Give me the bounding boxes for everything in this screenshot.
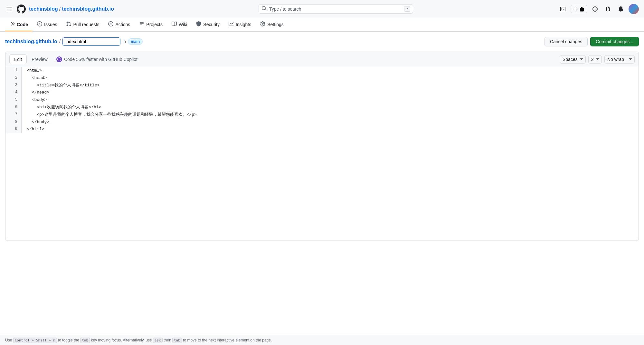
nav-item-issues[interactable]: Issues	[33, 18, 62, 31]
avatar[interactable]	[629, 4, 639, 14]
line-number: 1	[5, 67, 22, 74]
header-center: Type / to search /	[114, 4, 558, 14]
wrap-select[interactable]: No wrap Soft wrap	[604, 55, 635, 64]
copilot-icon	[56, 56, 62, 62]
search-icon	[261, 6, 267, 12]
settings-nav-icon	[260, 21, 265, 27]
actions-nav-icon	[108, 21, 113, 27]
branch-info: in main	[122, 38, 143, 45]
notifications-button[interactable]	[616, 4, 626, 14]
commit-changes-button[interactable]: Commit changes...	[590, 37, 639, 46]
editor-toolbar: Edit Preview Code 55% faster with GitHub…	[5, 52, 639, 67]
header-left: techinsblog / techinsblog.github.io	[5, 4, 114, 14]
line-number: 6	[5, 104, 22, 111]
nav-item-security[interactable]: Security	[192, 18, 224, 31]
line-number: 2	[5, 74, 22, 82]
search-placeholder-text: Type / to search	[269, 6, 402, 12]
search-box[interactable]: Type / to search /	[259, 4, 413, 14]
table-row: 1<html>	[5, 67, 639, 74]
line-content[interactable]: <body>	[22, 96, 639, 104]
nav-settings-label: Settings	[267, 22, 284, 27]
branch-badge: main	[128, 38, 143, 45]
nav-pr-label: Pull requests	[73, 22, 99, 27]
security-nav-icon	[196, 21, 201, 27]
nav-insights-label: Insights	[236, 22, 251, 27]
editor-filename-input[interactable]	[62, 37, 120, 46]
nav-item-actions[interactable]: Actions	[104, 18, 135, 31]
code-icon	[10, 21, 15, 27]
line-content[interactable]: </head>	[22, 89, 639, 96]
code-editor[interactable]: 1<html>2 <head>3 <title>我的个人博客</title>4 …	[5, 67, 639, 241]
branch-in-label: in	[122, 39, 126, 44]
nav-item-wiki[interactable]: Wiki	[167, 18, 192, 31]
nav-item-insights[interactable]: Insights	[224, 18, 256, 31]
nav-item-projects[interactable]: Projects	[135, 18, 167, 31]
pull-requests-button[interactable]	[603, 4, 613, 14]
tab-edit-button[interactable]: Edit	[9, 54, 27, 64]
create-new-button[interactable]	[571, 5, 587, 13]
terminal-button[interactable]	[558, 4, 568, 14]
toolbar-right: Spaces Tabs 2 4 8 No wrap Soft wrap	[560, 55, 635, 64]
nav-wiki-label: Wiki	[179, 22, 187, 27]
github-logo	[16, 4, 26, 14]
line-content[interactable]: <h1>欢迎访问我的个人博客</h1>	[22, 104, 639, 111]
table-row: 8 </body>	[5, 119, 639, 126]
line-number: 5	[5, 96, 22, 104]
line-number: 3	[5, 82, 22, 89]
hamburger-button[interactable]	[5, 5, 14, 13]
editor-repo-link[interactable]: techinsblog.github.io	[5, 39, 57, 44]
line-content[interactable]: </html>	[22, 126, 639, 133]
nav-projects-label: Projects	[146, 22, 163, 27]
nav-issues-label: Issues	[44, 22, 57, 27]
editor-breadcrumb-row: techinsblog.github.io / in main Cancel c…	[5, 37, 639, 46]
issues-button[interactable]	[590, 4, 600, 14]
copilot-text: Code 55% faster with GitHub Copilot	[64, 57, 137, 62]
cancel-changes-button[interactable]: Cancel changes	[545, 37, 588, 46]
slash-key: /	[404, 6, 410, 12]
repo-nav: Code Issues Pull requests Actions Projec…	[0, 18, 644, 32]
table-row: 4 </head>	[5, 89, 639, 96]
code-lines: 1<html>2 <head>3 <title>我的个人博客</title>4 …	[5, 67, 639, 133]
table-row: 2 <head>	[5, 74, 639, 82]
issues-nav-icon	[37, 21, 42, 27]
nav-item-settings[interactable]: Settings	[256, 18, 288, 31]
line-content[interactable]: <title>我的个人博客</title>	[22, 82, 639, 89]
table-row: 6 <h1>欢迎访问我的个人博客</h1>	[5, 104, 639, 111]
nav-actions-label: Actions	[115, 22, 130, 27]
nav-item-code[interactable]: Code	[5, 18, 33, 31]
wiki-nav-icon	[172, 21, 177, 27]
copilot-info: Code 55% faster with GitHub Copilot	[56, 56, 137, 62]
nav-code-label: Code	[17, 22, 28, 27]
tab-preview-button[interactable]: Preview	[27, 54, 52, 64]
table-row: 9</html>	[5, 126, 639, 133]
repo-owner-link[interactable]: techinsblog	[29, 6, 58, 12]
pull-requests-nav-icon	[66, 21, 71, 27]
header: techinsblog / techinsblog.github.io Type…	[0, 0, 644, 18]
insights-nav-icon	[229, 21, 234, 27]
table-row: 5 <body>	[5, 96, 639, 104]
line-content[interactable]: <head>	[22, 74, 639, 82]
line-number: 7	[5, 111, 22, 119]
editor-container: techinsblog.github.io / in main Cancel c…	[0, 32, 644, 246]
nav-security-label: Security	[203, 22, 220, 27]
line-content[interactable]: <p>这里是我的个人博客，我会分享一些我感兴趣的话题和经验，希望您能喜欢。</p…	[22, 111, 639, 119]
spaces-select[interactable]: Spaces Tabs	[560, 55, 586, 64]
table-row: 3 <title>我的个人博客</title>	[5, 82, 639, 89]
line-content[interactable]: </body>	[22, 119, 639, 126]
indent-select[interactable]: 2 4 8	[588, 55, 602, 64]
header-right	[558, 4, 639, 14]
editor-breadcrumb-sep: /	[59, 39, 61, 44]
editor-actions: Cancel changes Commit changes...	[545, 37, 639, 46]
table-row: 7 <p>这里是我的个人博客，我会分享一些我感兴趣的话题和经验，希望您能喜欢。<…	[5, 111, 639, 119]
repo-name-link[interactable]: techinsblog.github.io	[62, 6, 114, 12]
line-number: 4	[5, 89, 22, 96]
breadcrumb-separator: /	[59, 6, 61, 12]
repo-breadcrumb: techinsblog / techinsblog.github.io	[29, 6, 114, 12]
line-number: 9	[5, 126, 22, 133]
line-number: 8	[5, 119, 22, 126]
search-shortcut: /	[404, 6, 410, 12]
nav-item-pull-requests[interactable]: Pull requests	[62, 18, 104, 31]
line-content[interactable]: <html>	[22, 67, 639, 74]
projects-nav-icon	[139, 21, 144, 27]
